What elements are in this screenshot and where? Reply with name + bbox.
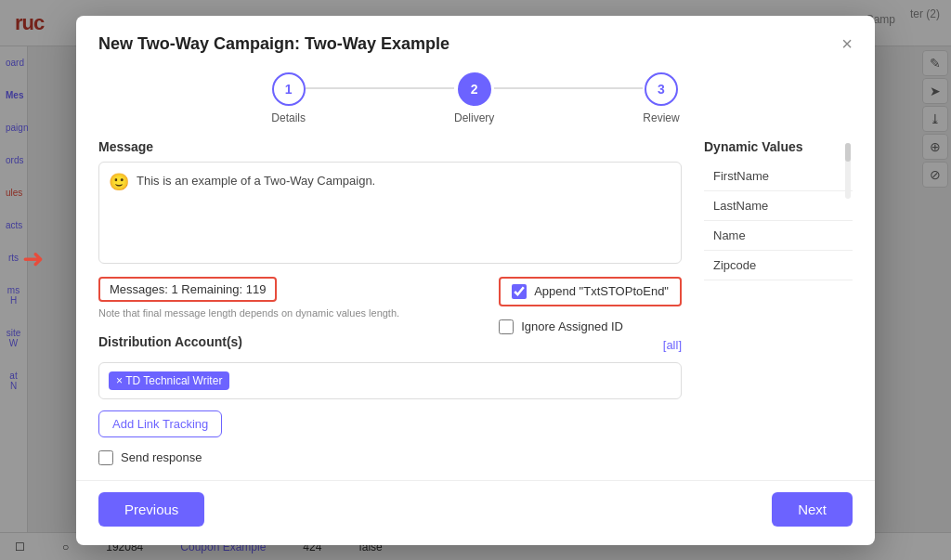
col-right: Dynamic Values FirstName LastName Name Z…	[704, 139, 853, 465]
ignore-assigned-checkbox[interactable]	[499, 319, 514, 334]
dynamic-value-zipcode[interactable]: Zipcode	[704, 251, 853, 280]
append-checkbox-box: Append "TxtSTOPtoEnd"	[499, 277, 682, 306]
two-col-layout: Message 🙂 This is an example of a Two-Wa…	[98, 139, 853, 465]
middle-right: Append "TxtSTOPtoEnd" Ignore Assigned ID	[499, 267, 682, 334]
distribution-all-link[interactable]: [all]	[663, 338, 682, 352]
red-arrow-indicator: ➜	[22, 243, 44, 274]
step-3: 3 Review	[643, 72, 679, 124]
message-note: Note that final message length depends o…	[98, 307, 484, 319]
dynamic-values-label: Dynamic Values	[704, 139, 853, 154]
modal-overlay: New Two-Way Campaign: Two-Way Example × …	[0, 0, 951, 560]
ignore-row: Ignore Assigned ID	[499, 319, 623, 334]
dynamic-value-lastname[interactable]: LastName	[704, 191, 853, 221]
step-line-1	[306, 87, 454, 89]
send-response-checkbox[interactable]	[98, 450, 113, 465]
distribution-tag-label: × TD Technical Writer	[116, 374, 222, 387]
messages-count-box: Messages: 1 Remaining: 119	[98, 277, 277, 302]
append-checkbox[interactable]	[512, 284, 527, 299]
step-3-circle: 3	[645, 72, 678, 106]
add-link-tracking-button[interactable]: Add Link Tracking	[98, 410, 222, 437]
modal-close-button[interactable]: ×	[841, 34, 853, 53]
append-label: Append "TxtSTOPtoEnd"	[534, 284, 669, 298]
modal-body: Message 🙂 This is an example of a Two-Wa…	[76, 139, 875, 480]
message-section-label: Message	[98, 139, 682, 154]
send-response-row: Send response	[98, 450, 682, 465]
dv-scroll-thumb	[845, 143, 851, 162]
distribution-input-box[interactable]: × TD Technical Writer	[98, 362, 682, 399]
step-line-2	[494, 87, 643, 89]
step-1: 1 Details	[271, 72, 306, 124]
distribution-header: Distribution Account(s) [all]	[98, 334, 682, 357]
ignore-assigned-label: Ignore Assigned ID	[521, 319, 623, 333]
modal-header: New Two-Way Campaign: Two-Way Example ×	[76, 16, 875, 54]
previous-button[interactable]: Previous	[98, 492, 204, 527]
step-3-label: Review	[643, 111, 679, 124]
step-1-circle: 1	[272, 72, 306, 106]
middle-row: Messages: 1 Remaining: 119 Note that fin…	[98, 267, 682, 334]
step-2-label: Delivery	[454, 111, 494, 124]
step-1-label: Details	[271, 111, 306, 124]
message-area-wrapper[interactable]: 🙂 This is an example of a Two-Way Campai…	[98, 162, 682, 264]
col-left: Message 🙂 This is an example of a Two-Wa…	[98, 139, 682, 465]
dynamic-value-firstname[interactable]: FirstName	[704, 162, 853, 191]
dynamic-values-list: FirstName LastName Name Zipcode	[704, 162, 853, 280]
emoji-icon[interactable]: 🙂	[109, 172, 129, 192]
step-2: 2 Delivery	[454, 72, 494, 124]
next-button[interactable]: Next	[772, 492, 853, 527]
dynamic-values-scrollbar[interactable]	[845, 143, 851, 199]
modal-footer: Previous Next	[76, 480, 875, 545]
modal-dialog: New Two-Way Campaign: Two-Way Example × …	[76, 16, 875, 545]
modal-title: New Two-Way Campaign: Two-Way Example	[98, 34, 449, 54]
distribution-label: Distribution Account(s)	[98, 334, 242, 349]
send-response-label: Send response	[121, 450, 202, 464]
middle-left: Messages: 1 Remaining: 119 Note that fin…	[98, 267, 484, 334]
stepper: 1 Details 2 Delivery 3 Review	[76, 54, 875, 139]
dynamic-value-name[interactable]: Name	[704, 221, 853, 251]
message-text: This is an example of a Two-Way Campaign…	[137, 172, 375, 190]
distribution-tag[interactable]: × TD Technical Writer	[109, 371, 229, 390]
step-2-circle: 2	[458, 72, 491, 106]
